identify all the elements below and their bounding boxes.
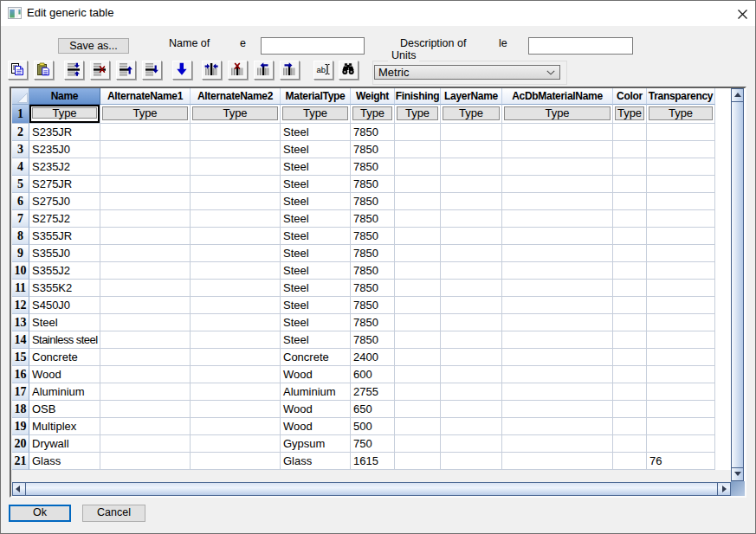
svg-text:ab: ab	[317, 65, 326, 74]
